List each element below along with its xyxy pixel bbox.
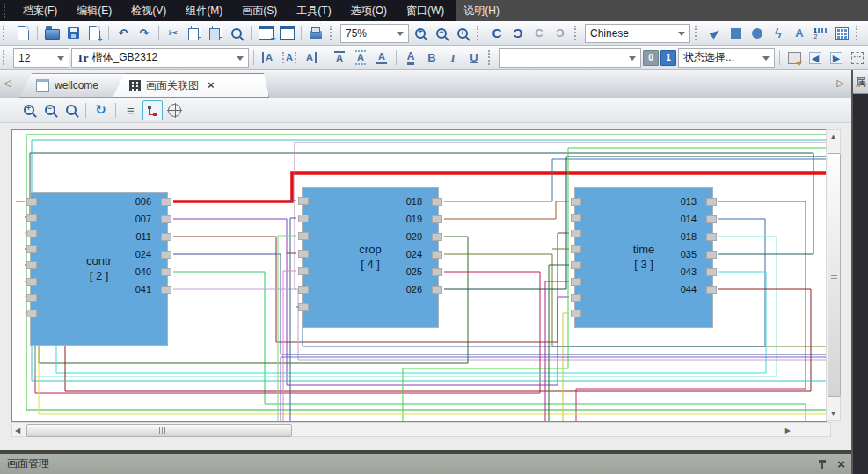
block-pin-left[interactable] xyxy=(26,261,37,269)
state-select-combobox[interactable]: 状态选择... xyxy=(678,48,775,68)
toolbar-grip[interactable] xyxy=(856,26,862,40)
font-color-button[interactable]: A xyxy=(401,48,420,68)
element-combobox[interactable] xyxy=(499,48,641,68)
block-pin-left[interactable] xyxy=(298,197,309,205)
screen-block-contr[interactable]: contr[ 2 ]006007011024040041 xyxy=(30,192,168,346)
diagram-canvas[interactable]: contr[ 2 ]006007011024040041crop[ 4 ]018… xyxy=(11,129,827,422)
scroll-right-arrow[interactable]: ▶ xyxy=(785,427,791,434)
save-button[interactable] xyxy=(63,24,83,43)
block-pin-right[interactable] xyxy=(161,198,171,206)
block-pin-right[interactable] xyxy=(706,286,717,294)
block-pin-left[interactable] xyxy=(571,261,581,269)
block-pin-left[interactable] xyxy=(571,278,581,286)
tab-close-icon[interactable]: × xyxy=(208,80,215,91)
block-pin-left[interactable] xyxy=(26,294,37,302)
canvas-zoom-fit-button[interactable] xyxy=(62,101,80,120)
block-pin-left[interactable] xyxy=(298,215,309,222)
undo-button[interactable]: ↶ xyxy=(113,24,133,43)
vertical-scrollbar[interactable]: ▲ ▼ xyxy=(826,129,841,421)
block-pin-left[interactable] xyxy=(571,230,581,237)
line-style-button[interactable]: ≡ xyxy=(121,101,140,120)
align-right-button[interactable]: A xyxy=(301,48,320,68)
toolbar-grip[interactable] xyxy=(488,50,494,65)
rotate-ccw-button[interactable]: Ɔ xyxy=(508,24,528,43)
previous-screen-button[interactable]: ◀ xyxy=(806,48,825,68)
toolbar-grip[interactable] xyxy=(477,26,483,40)
toolbar-grip[interactable] xyxy=(695,26,701,40)
canvas-zoom-out-button[interactable]: − xyxy=(40,101,59,120)
block-pin-left[interactable] xyxy=(298,250,309,258)
block-pin-right[interactable] xyxy=(432,198,442,206)
horizontal-scrollbar[interactable]: ◀ ▶ xyxy=(11,422,831,437)
save-as-button[interactable]: + xyxy=(84,24,104,43)
block-pin-left[interactable] xyxy=(26,214,37,222)
menu-item[interactable]: 档案(F) xyxy=(13,0,67,21)
dock-pin-icon[interactable] xyxy=(818,460,827,469)
canvas-zoom-in-button[interactable]: + xyxy=(19,101,38,120)
scroll-left-arrow[interactable]: ◀ xyxy=(15,427,20,434)
block-pin-right[interactable] xyxy=(161,268,171,276)
block-pin-right[interactable] xyxy=(161,251,171,259)
block-pin-left[interactable] xyxy=(26,198,37,206)
block-pin-left[interactable] xyxy=(26,310,37,317)
toolbar-grip[interactable] xyxy=(3,26,9,40)
element-properties-button[interactable] xyxy=(784,48,804,68)
horizontal-scroll-thumb[interactable] xyxy=(26,424,292,437)
block-pin-right[interactable] xyxy=(432,268,442,276)
block-pin-left[interactable] xyxy=(571,214,581,222)
print-button[interactable] xyxy=(306,24,325,43)
block-pin-left[interactable] xyxy=(26,230,37,237)
toolbar-grip[interactable] xyxy=(574,26,580,40)
toolbar-grip[interactable] xyxy=(3,50,9,65)
block-pin-left[interactable] xyxy=(298,267,309,275)
bold-button[interactable]: B xyxy=(422,48,441,68)
block-pin-right[interactable] xyxy=(161,233,171,241)
right-dock-tab[interactable]: 属 xyxy=(853,70,868,94)
underline-button[interactable]: U xyxy=(464,48,484,68)
zoom-level-combobox[interactable]: 75% xyxy=(340,24,409,43)
node-link-mode-button[interactable] xyxy=(142,100,163,120)
block-pin-left[interactable] xyxy=(298,232,309,240)
state-0-button[interactable]: 0 xyxy=(643,50,659,66)
block-pin-right[interactable] xyxy=(706,251,717,259)
menu-item[interactable]: 画面(S) xyxy=(232,0,287,21)
center-target-button[interactable] xyxy=(165,101,184,120)
menu-item[interactable]: 选项(O) xyxy=(341,0,397,21)
italic-button[interactable]: I xyxy=(443,48,463,68)
scroll-up-arrow[interactable]: ▲ xyxy=(827,133,840,141)
block-pin-left[interactable] xyxy=(26,278,37,286)
language-combobox[interactable]: Chinese xyxy=(585,24,690,43)
menu-item[interactable]: 编辑(E) xyxy=(67,0,121,21)
redo-button[interactable]: ↷ xyxy=(135,24,154,43)
next-screen-button[interactable]: ▶ xyxy=(827,48,846,68)
menu-item[interactable]: 窗口(W) xyxy=(397,0,454,21)
align-middle-button[interactable]: A xyxy=(351,48,370,68)
block-pin-right[interactable] xyxy=(432,251,442,259)
block-pin-left[interactable] xyxy=(571,310,581,317)
menu-item[interactable]: 组件(M) xyxy=(176,0,232,21)
text-tool-button[interactable]: A xyxy=(790,24,809,43)
screen-block-crop[interactable]: crop[ 4 ]018019020024025026 xyxy=(302,187,439,328)
cut-button[interactable]: ✂ xyxy=(164,24,183,43)
zoom-reset-button[interactable]: / xyxy=(453,24,472,43)
copy-button[interactable] xyxy=(185,24,204,43)
screen-block-time[interactable]: time[ 3 ]013014018035043044 xyxy=(574,187,713,328)
tab-screen-relation-map[interactable]: 画面关联图 × xyxy=(113,73,269,98)
vertical-scroll-thumb[interactable] xyxy=(828,153,841,397)
ellipse-tool-button[interactable] xyxy=(748,24,767,43)
align-top-button[interactable]: A xyxy=(330,48,349,68)
block-pin-left[interactable] xyxy=(298,303,309,311)
block-pin-left[interactable] xyxy=(571,198,581,206)
open-button[interactable] xyxy=(42,24,62,43)
align-left-button[interactable]: A xyxy=(259,48,278,68)
menu-item[interactable]: 工具(T) xyxy=(287,0,340,21)
rotate-cw-button[interactable]: C xyxy=(487,24,507,43)
block-pin-right[interactable] xyxy=(432,286,442,294)
polygon-tool-button[interactable]: ϟ xyxy=(769,24,788,43)
align-bottom-button[interactable]: A xyxy=(372,48,391,68)
block-pin-right[interactable] xyxy=(706,233,717,241)
toolbar-grip[interactable] xyxy=(4,4,10,18)
grid-settings-button[interactable]: ··· xyxy=(848,48,867,68)
scroll-down-arrow[interactable]: ▼ xyxy=(827,410,840,418)
block-pin-right[interactable] xyxy=(706,215,717,223)
